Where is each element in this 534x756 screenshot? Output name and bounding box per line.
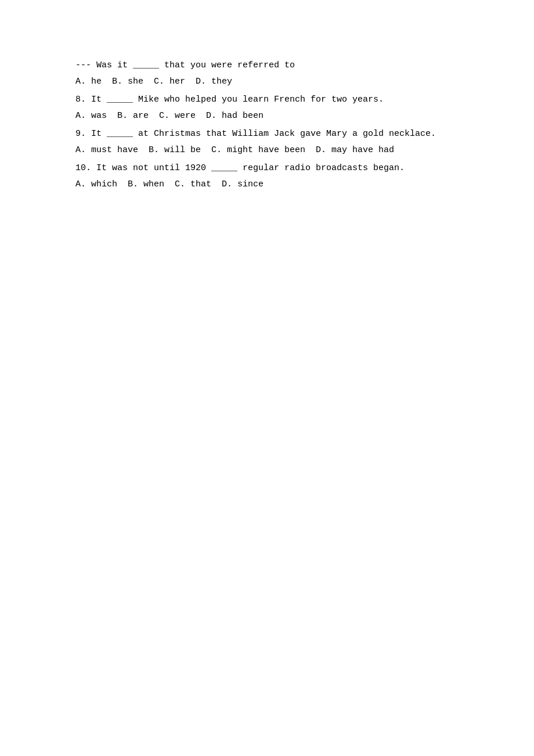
question-10-answers: A. which B. when C. that D. since — [75, 177, 459, 192]
question-continuation-text: --- Was it _____ that you were referred … — [75, 58, 459, 73]
question-10-text: 10. It was not until 1920 _____ regular … — [75, 161, 459, 176]
question-8-answers: A. was B. are C. were D. had been — [75, 109, 459, 124]
question-8: 8. It _____ Mike who helped you learn Fr… — [75, 92, 459, 123]
question-9-text: 9. It _____ at Christmas that William Ja… — [75, 127, 459, 142]
question-9: 9. It _____ at Christmas that William Ja… — [75, 127, 459, 157]
question-8-text: 8. It _____ Mike who helped you learn Fr… — [75, 92, 459, 107]
quiz-content: --- Was it _____ that you were referred … — [75, 58, 459, 192]
question-continuation-answers: A. he B. she C. her D. they — [75, 74, 459, 89]
question-10: 10. It was not until 1920 _____ regular … — [75, 161, 459, 192]
question-continuation: --- Was it _____ that you were referred … — [75, 58, 459, 89]
question-9-answers: A. must have B. will be C. might have be… — [75, 143, 459, 158]
